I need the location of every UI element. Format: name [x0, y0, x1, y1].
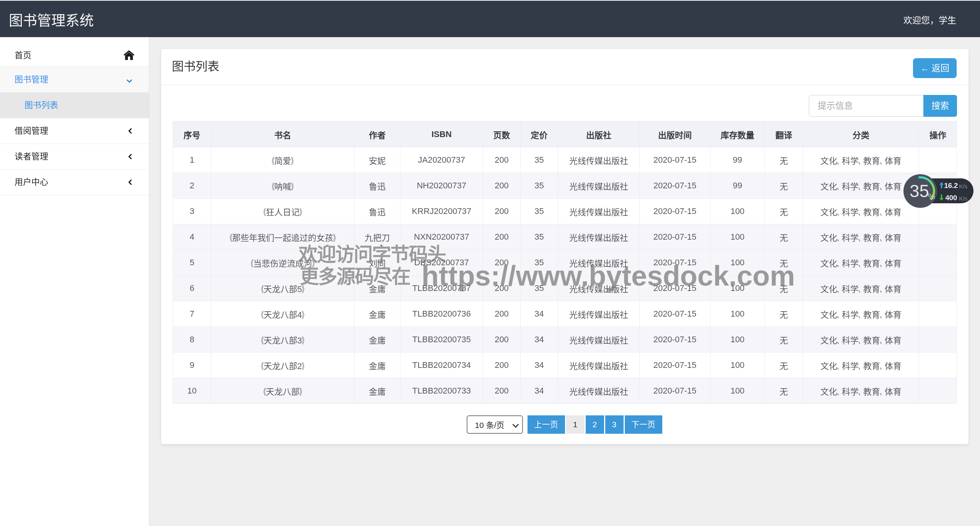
svg-text:35: 35 — [910, 181, 929, 201]
svg-text:%: % — [928, 192, 935, 201]
